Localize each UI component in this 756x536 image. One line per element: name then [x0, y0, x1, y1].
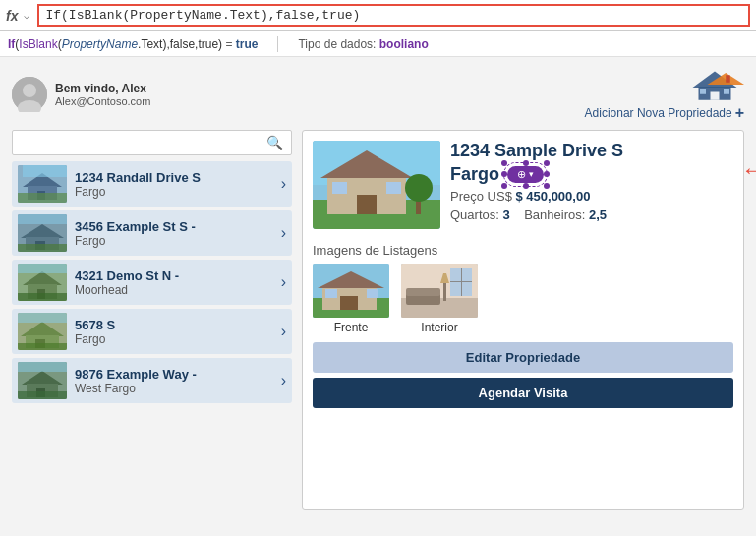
svg-point-1: [23, 84, 36, 97]
app-logo: [685, 67, 744, 102]
welcome-label: Bem vindo, Alex: [55, 82, 150, 95]
list-item[interactable]: 4321 Demo St N - Moorhead ›: [12, 260, 292, 305]
svg-rect-62: [450, 281, 472, 282]
chevron-down-icon[interactable]: ⌵: [24, 10, 29, 21]
property-info: 1234 Randall Drive S Fargo: [75, 170, 273, 199]
result-bar: If(IsBlank(PropertyName.Text),false,true…: [0, 31, 756, 57]
property-info: 3456 Example St S - Fargo: [75, 219, 273, 248]
property-name: 5678 S: [75, 318, 273, 332]
fx-label: fx: [6, 8, 18, 24]
detail-city: Fargo: [450, 164, 499, 185]
detail-property-title: 1234 Sample Drive S: [450, 141, 733, 162]
svg-rect-64: [406, 288, 440, 296]
status-chevron-icon: ▾: [529, 169, 534, 179]
property-city: Fargo: [75, 185, 273, 199]
user-text: Bem vindo, Alex Alex@Contoso.com: [55, 82, 150, 107]
chevron-right-icon: ›: [281, 372, 286, 389]
svg-rect-54: [340, 296, 358, 310]
svg-rect-46: [332, 182, 347, 194]
avatar: [12, 77, 47, 112]
chevron-right-icon: ›: [281, 175, 286, 193]
property-info: 5678 S Fargo: [75, 318, 273, 346]
property-city: West Fargo: [75, 382, 273, 395]
detail-info: 1234 Sample Drive S Fargo ⊕ ▾: [450, 141, 733, 229]
property-city: Fargo: [75, 234, 273, 248]
listing-section: Imagens de Listagens: [313, 243, 733, 334]
svg-point-49: [405, 174, 433, 202]
front-image-wrap: Frente: [313, 264, 389, 334]
search-input[interactable]: [21, 136, 266, 150]
logo-area: Adicionar Nova Propriedade +: [585, 67, 744, 122]
search-bar[interactable]: 🔍: [12, 130, 292, 155]
svg-rect-14: [23, 165, 67, 177]
svg-rect-45: [357, 195, 377, 214]
detail-top: 1234 Sample Drive S Fargo ⊕ ▾: [313, 141, 733, 229]
add-property-label: Adicionar Nova Propriedade: [585, 106, 732, 120]
detail-subtitle-row: Fargo ⊕ ▾: [450, 164, 733, 185]
list-item[interactable]: 5678 S Fargo ›: [12, 309, 292, 354]
user-email: Alex@Contoso.com: [55, 95, 150, 107]
schedule-visit-button[interactable]: Agendar Visita: [313, 378, 733, 408]
separator: [277, 36, 278, 52]
interior-image-wrap: Interior: [401, 264, 478, 334]
property-info: 9876 Example Way - West Fargo: [75, 367, 273, 395]
list-item[interactable]: 9876 Example Way - West Fargo ›: [12, 358, 292, 403]
property-thumbnail: [18, 214, 67, 252]
status-icon: ⊕: [517, 168, 526, 181]
property-list: 1234 Randall Drive S Fargo ›: [12, 161, 292, 403]
property-name: 4321 Demo St N -: [75, 268, 273, 283]
app-area: Bem vindo, Alex Alex@Contoso.com: [0, 57, 756, 536]
property-thumbnail: [18, 264, 67, 301]
interior-image: [401, 264, 478, 318]
svg-rect-6: [711, 92, 720, 100]
user-info: Bem vindo, Alex Alex@Contoso.com: [12, 77, 150, 112]
chevron-right-icon: ›: [281, 273, 286, 291]
svg-rect-15: [18, 193, 67, 203]
property-name: 3456 Example St S -: [75, 219, 273, 234]
property-thumbnail: [18, 362, 67, 399]
detail-rooms: Quartos: 3 Banheiros: 2,5: [450, 208, 733, 222]
svg-rect-33: [18, 343, 67, 350]
property-name: 9876 Example Way -: [75, 367, 273, 382]
content-area: 🔍 12: [12, 130, 744, 510]
formula-bar: fx ⌵: [0, 0, 756, 31]
svg-rect-39: [18, 391, 67, 399]
svg-rect-7: [700, 89, 706, 94]
edit-property-button[interactable]: Editar Propriedade: [313, 342, 733, 373]
property-info: 4321 Demo St N - Moorhead: [75, 268, 273, 297]
red-arrow-indicator: ←: [741, 156, 756, 184]
svg-rect-21: [18, 244, 67, 252]
listing-label: Imagens de Listagens: [313, 243, 733, 258]
formula-result-display: If(IsBlank(PropertyName.Text),false,true…: [8, 37, 258, 51]
interior-image-label: Interior: [421, 321, 457, 334]
svg-rect-8: [724, 89, 729, 94]
list-item[interactable]: 1234 Randall Drive S Fargo ›: [12, 161, 292, 207]
top-bar: Bem vindo, Alex Alex@Contoso.com: [12, 67, 744, 122]
status-badge[interactable]: ⊕ ▾: [507, 166, 544, 183]
svg-rect-9: [726, 75, 730, 83]
svg-rect-47: [386, 182, 401, 194]
svg-rect-65: [443, 283, 446, 301]
front-image-label: Frente: [334, 321, 369, 334]
property-name: 1234 Randall Drive S: [75, 170, 273, 185]
formula-input[interactable]: [37, 4, 750, 27]
svg-rect-32: [18, 313, 67, 323]
detail-main-image: [313, 141, 440, 229]
add-property-button[interactable]: Adicionar Nova Propriedade +: [585, 104, 744, 122]
svg-rect-56: [367, 289, 378, 298]
list-item[interactable]: 3456 Example St S - Fargo ›: [12, 210, 292, 256]
chevron-right-icon: ›: [281, 224, 286, 242]
property-thumbnail: [18, 165, 67, 203]
svg-rect-27: [18, 293, 67, 301]
property-city: Fargo: [75, 332, 273, 346]
property-thumbnail: [18, 313, 67, 350]
search-icon: 🔍: [266, 135, 283, 150]
plus-icon: +: [735, 104, 744, 122]
detail-panel: ←: [302, 130, 744, 510]
bottom-buttons: Editar Propriedade Agendar Visita: [313, 342, 733, 408]
svg-rect-20: [18, 214, 67, 224]
front-image: [313, 264, 389, 318]
svg-rect-38: [18, 362, 67, 372]
data-type-display: Tipo de dados: booliano: [298, 37, 428, 51]
property-city: Moorhead: [75, 283, 273, 297]
